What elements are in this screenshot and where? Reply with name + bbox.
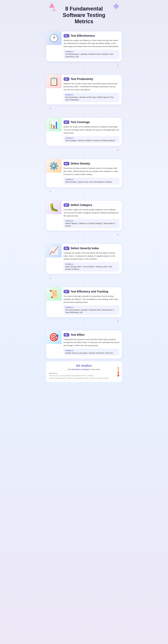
card-icon-col-01: 🕐: [46, 32, 62, 45]
card-icon-03: 📊: [49, 121, 59, 128]
card-header-04: 04 Defect Density: [64, 162, 119, 165]
formula-box-06: FORMULA Defect Severity Index = Sum of (…: [64, 262, 119, 272]
card-title-02: Test Productivity: [71, 78, 93, 81]
bar-3: [118, 374, 119, 376]
card-desc-03: Define the scope of the software product…: [64, 125, 119, 134]
ref-1: Thomas Hamilton (2022). Software Testing…: [49, 377, 108, 379]
formula-text-04: Defect Density = Defect Count / Size of …: [65, 181, 118, 183]
card-content-06: 06 Defect Severity Index Calculate the q…: [62, 244, 122, 274]
card-desc-08: Understand any variances and calculate s…: [64, 338, 119, 347]
card-icon-04: ⚙️: [49, 162, 59, 170]
formula-box-07: FORMULA Test cases blocked = (Number of …: [64, 306, 119, 315]
deco-symbol-1: ✶: [45, 107, 123, 111]
card-icon-col-07: 📜: [46, 287, 62, 301]
card-number-badge-03: 03: [64, 120, 69, 124]
formula-text-05: Defect Category = Defects in a Specific …: [65, 222, 118, 227]
card-desc-05: It provides insight into various quality…: [64, 208, 119, 217]
card-header-05: 05 Defect Category: [64, 203, 119, 207]
footer-logo: bit studïos: [49, 364, 119, 368]
card-number-badge-08: 08: [64, 333, 69, 336]
card-title-07: Test Efficiency and Tracking: [71, 290, 108, 293]
card-icon-01: 🕐: [49, 34, 59, 42]
dashed-line-6: [84, 280, 84, 285]
card-number-badge-07: 07: [64, 290, 69, 293]
card-title-01: Test Effectiveness: [71, 34, 95, 38]
deco-symbol-5: ✶: [45, 276, 123, 280]
card-icon-02: 📋: [49, 78, 59, 86]
card-title-03: Test Coverage: [71, 120, 90, 124]
card-title-06: Defect Severity Index: [71, 247, 99, 250]
formula-box-08: FORMULA Number of test run per period = …: [64, 348, 119, 356]
formula-box-04: FORMULA Defect Density = Defect Count / …: [64, 178, 119, 184]
card-desc-01: Identify the quality and efficiency of t…: [64, 39, 119, 48]
card-desc-07: You need a thorough evaluation to guaran…: [64, 295, 119, 304]
card-desc-02: Measure the number of test cases and eff…: [64, 82, 119, 91]
footer-link: Visit bitstudios.com/blog to know more.: [49, 368, 119, 370]
card-title-08: Test Effort: [71, 333, 84, 336]
formula-label-06: FORMULA: [65, 263, 118, 265]
card-icon-08: 🎯: [49, 333, 59, 341]
card-title-05: Defect Category: [71, 204, 92, 207]
formula-box-05: FORMULA Defect Category = Defects in a S…: [64, 219, 119, 228]
card-number-badge-02: 02: [64, 77, 69, 81]
card-icon-col-04: ⚙️: [46, 159, 62, 173]
card-icon-col-03: 📊: [46, 118, 62, 131]
formula-label-07: FORMULA: [65, 306, 118, 308]
ref-0: ThinkSys (n.d). Top 34 Software Testing …: [49, 375, 94, 376]
footer: bit studïos Visit bitstudios.com/blog to…: [46, 361, 122, 382]
dashed-line-7: [84, 324, 84, 328]
dashed-line-3: [84, 152, 84, 157]
card-icon-col-06: 📈: [46, 244, 62, 258]
deco-symbol-6: ✦: [45, 320, 123, 324]
dashed-line-2: [84, 111, 84, 115]
deco-triangle-1: [49, 3, 54, 8]
card-icon-col-08: 🎯: [46, 330, 62, 344]
metric-card-06: 📈 06 Defect Severity Index Calculate the…: [46, 244, 122, 274]
card-number-badge-04: 04: [64, 162, 69, 165]
card-number-badge-01: 01: [64, 34, 69, 38]
card-number-badge-05: 05: [64, 203, 69, 207]
card-icon-07: 📜: [49, 290, 59, 298]
card-content-02: 02 Test Productivity Measure the number …: [62, 75, 122, 104]
card-content-04: 04 Defect Density Determine the total nu…: [62, 159, 122, 186]
card-icon-col-02: 📋: [46, 75, 62, 88]
card-icon-col-05: 🐛: [46, 201, 62, 214]
card-content-01: 01 Test Effectiveness Identify the quali…: [62, 32, 122, 61]
deco-symbol-2: ✦: [45, 148, 123, 152]
card-header-01: 01 Test Effectiveness: [64, 34, 119, 38]
footer-bars-deco: [118, 367, 119, 376]
formula-text-07: Test cases blocked = (Number of Blocked …: [65, 309, 118, 314]
metric-card-04: ⚙️ 04 Defect Density Determine the total…: [46, 159, 122, 187]
card-content-08: 08 Test Effort Understand any variances …: [62, 330, 122, 358]
card-header-08: 08 Test Effort: [64, 333, 119, 336]
header: 8 Fundamental Software Testing Metrics: [45, 0, 123, 29]
dashed-line-1: [84, 68, 84, 72]
card-content-05: 05 Defect Category It provides insight i…: [62, 201, 122, 230]
metric-card-02: 📋 02 Test Productivity Measure the numbe…: [46, 75, 122, 104]
card-icon-05: 🐛: [49, 204, 59, 212]
footer-link-url[interactable]: bitstudios.com/blog: [72, 368, 89, 370]
bar-1: [118, 367, 119, 371]
deco-symbol-0: ✦: [45, 64, 123, 68]
metric-card-01: 🕐 01 Test Effectiveness Identify the qua…: [46, 32, 122, 61]
card-header-02: 02 Test Productivity: [64, 77, 119, 81]
cards-container: 🕐 01 Test Effectiveness Identify the qua…: [45, 32, 123, 358]
formula-label-01: FORMULA: [65, 51, 118, 52]
dashed-line-5: [84, 237, 84, 242]
page-wrapper: 8 Fundamental Software Testing Metrics 🕐…: [42, 0, 126, 389]
card-desc-06: Calculate the quality of the test effort…: [64, 252, 119, 260]
card-header-06: 06 Defect Severity Index: [64, 246, 119, 250]
bar-2: [118, 371, 119, 374]
metric-card-08: 🎯 08 Test Effort Understand any variance…: [46, 330, 122, 358]
formula-label-03: FORMULA: [65, 137, 118, 139]
card-number-badge-06: 06: [64, 246, 69, 250]
formula-box-01: FORMULA Test Effectiveness = (Number of …: [64, 50, 119, 59]
dashed-line-4: [84, 194, 84, 198]
card-content-03: 03 Test Coverage Define the scope of the…: [62, 118, 122, 145]
metric-card-07: 📜 07 Test Efficiency and Tracking You ne…: [46, 287, 122, 317]
formula-box-02: FORMULA Test Productivity = (Number of T…: [64, 93, 119, 102]
card-header-03: 03 Test Coverage: [64, 120, 119, 124]
card-desc-04: Determine the total number of defects fo…: [64, 167, 119, 176]
formula-text-08: Number of test run per period = Number o…: [65, 352, 118, 354]
deco-symbol-4: ✦: [45, 233, 123, 237]
